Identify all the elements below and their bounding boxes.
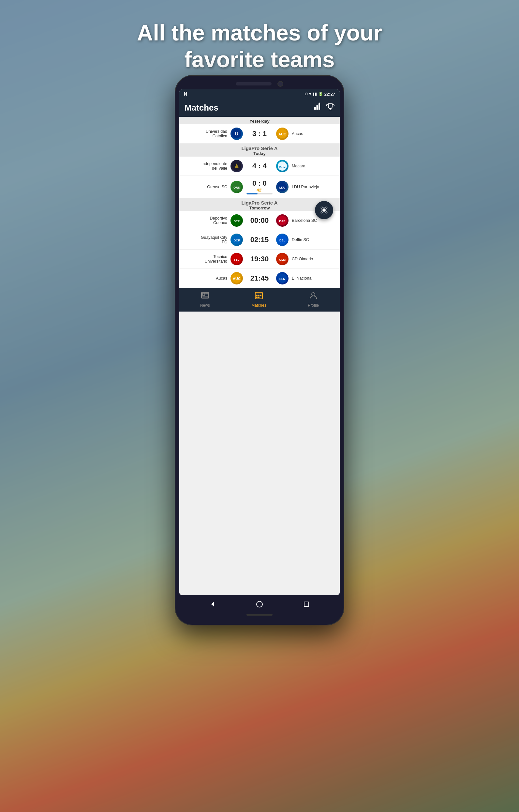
team-right-name: El Nacional — [292, 276, 312, 281]
team-left-name: Orense SC — [207, 185, 227, 189]
match-row[interactable]: TecnicoUniversitario TEC 19:30 — [179, 250, 340, 269]
team-right-name: Macara — [292, 164, 305, 168]
hero-line1: All the matches of your — [0, 20, 519, 46]
match-row[interactable]: UniversidadCatolica U 3 : 1 — [179, 124, 340, 144]
phone-top-bar — [179, 81, 340, 87]
svg-marker-3 — [318, 103, 320, 104]
team-right-logo: DEL — [276, 234, 288, 246]
home-button[interactable] — [255, 600, 264, 609]
score-value: 4 : 4 — [245, 162, 274, 170]
recents-button[interactable] — [302, 600, 311, 609]
hero-text: All the matches of your favorite teams — [0, 20, 519, 73]
svg-point-33 — [323, 208, 326, 212]
match-time: 02:15 — [245, 236, 274, 244]
match-time: 21:45 — [245, 274, 274, 283]
team-left-name: DeportivoCuenca — [210, 216, 227, 225]
svg-point-49 — [312, 293, 315, 296]
match-time-value: 00:00 — [245, 216, 274, 225]
svg-text:ORS: ORS — [234, 186, 240, 189]
match-time: 19:30 — [245, 255, 274, 263]
match-score: 3 : 1 — [245, 129, 274, 138]
svg-text:DEL: DEL — [279, 239, 285, 242]
yesterday-label: Yesterday — [179, 119, 340, 124]
phone-shell: N ⊖ ▾ ▮▮ 🔋 22:27 Matches — [175, 75, 344, 626]
svg-rect-52 — [304, 602, 309, 607]
score-value: 3 : 1 — [245, 129, 274, 138]
trophy-button[interactable] — [326, 103, 334, 113]
team-right-name: Aucas — [292, 132, 303, 136]
live-match-score: 0 : 0 42' — [245, 179, 274, 195]
svg-text:AUC: AUC — [278, 132, 286, 136]
team-left-logo: AUC — [231, 272, 243, 285]
status-right: ⊖ ▾ ▮▮ 🔋 22:27 — [304, 92, 335, 96]
svg-text:MAC: MAC — [279, 165, 286, 168]
status-left: N — [184, 91, 187, 96]
live-time: 42' — [245, 187, 274, 193]
phone-camera — [277, 81, 283, 87]
team-left-name: TecnicoUniversitario — [205, 255, 227, 264]
team-right-logo: BAR — [276, 214, 288, 227]
svg-text:ELN: ELN — [279, 277, 285, 281]
phone-home-indicator — [246, 614, 273, 616]
svg-rect-1 — [316, 105, 318, 110]
standings-button[interactable] — [313, 103, 322, 113]
match-time-value: 19:30 — [245, 255, 274, 263]
signal-bars-icon: ▮▮ — [312, 92, 317, 96]
phone-speaker — [236, 82, 272, 85]
bottom-navigation: News Matches — [179, 288, 340, 312]
nav-matches-label: Matches — [251, 303, 266, 308]
team-right-logo: OLM — [276, 253, 288, 265]
nav-item-profile[interactable]: Profile — [308, 291, 319, 308]
wifi-icon: ▾ — [309, 92, 311, 96]
svg-text:U: U — [235, 131, 238, 136]
team-left-logo: DEP — [231, 214, 243, 227]
nav-item-matches[interactable]: Matches — [251, 291, 266, 308]
team-left-name: Guayaquil CityFC — [201, 235, 227, 244]
svg-text:AUC: AUC — [233, 277, 241, 281]
battery-icon: 🔋 — [318, 92, 323, 96]
nav-profile-label: Profile — [308, 303, 319, 308]
team-left-logo: TEC — [231, 253, 243, 265]
svg-text:BAR: BAR — [279, 220, 285, 223]
svg-text:DEP: DEP — [234, 220, 240, 223]
team-left-name: UniversidadCatolica — [206, 129, 227, 138]
team-left-name: Aucas — [216, 276, 227, 281]
team-left-name: Independientedel Valle — [202, 162, 227, 171]
progress-fill — [246, 193, 257, 195]
match-score: 4 : 4 — [245, 162, 274, 170]
ligapro-today-title: LigaPro Serie A — [179, 145, 340, 151]
team-left-logo — [231, 160, 243, 172]
back-button[interactable] — [208, 600, 217, 609]
match-row[interactable]: Independientedel Valle 4 : 4 — [179, 156, 340, 176]
nav-news-label: News — [200, 303, 210, 308]
status-bar: N ⊖ ▾ ▮▮ 🔋 22:27 — [179, 89, 340, 98]
live-fab-button[interactable] — [315, 201, 333, 219]
news-icon — [201, 291, 209, 302]
yesterday-header: Yesterday — [179, 117, 340, 124]
notification-icon: N — [184, 91, 187, 96]
header-actions — [313, 103, 334, 113]
phone-screen: N ⊖ ▾ ▮▮ 🔋 22:27 Matches — [179, 89, 340, 595]
match-time: 00:00 — [245, 216, 274, 225]
match-progress-bar — [246, 193, 273, 195]
svg-rect-2 — [318, 104, 320, 110]
team-right-name: LDU Portoviejo — [292, 185, 319, 189]
team-left-logo: GCF — [231, 234, 243, 246]
svg-rect-45 — [258, 295, 260, 296]
match-row[interactable]: Guayaquil CityFC GCF 02:15 — [179, 230, 340, 250]
android-nav-bar — [179, 595, 340, 611]
match-row[interactable]: Aucas AUC 21:45 — [179, 269, 340, 288]
svg-rect-37 — [203, 293, 205, 296]
match-list: Yesterday UniversidadCatolica U — [179, 117, 340, 288]
svg-rect-47 — [256, 296, 257, 298]
svg-rect-46 — [260, 295, 262, 296]
nav-item-news[interactable]: News — [200, 291, 210, 308]
team-left-logo: U — [231, 127, 243, 140]
app-header: Matches — [179, 98, 340, 117]
team-right-name: CD Olmedo — [292, 257, 313, 261]
svg-marker-50 — [211, 602, 214, 607]
signal-minus-icon: ⊖ — [304, 92, 308, 96]
match-row[interactable]: Orense SC ORS 0 : 0 42' — [179, 176, 340, 198]
ligapro-tomorrow-title: LigaPro Serie A — [179, 200, 340, 205]
team-left-logo: ORS — [231, 181, 243, 193]
